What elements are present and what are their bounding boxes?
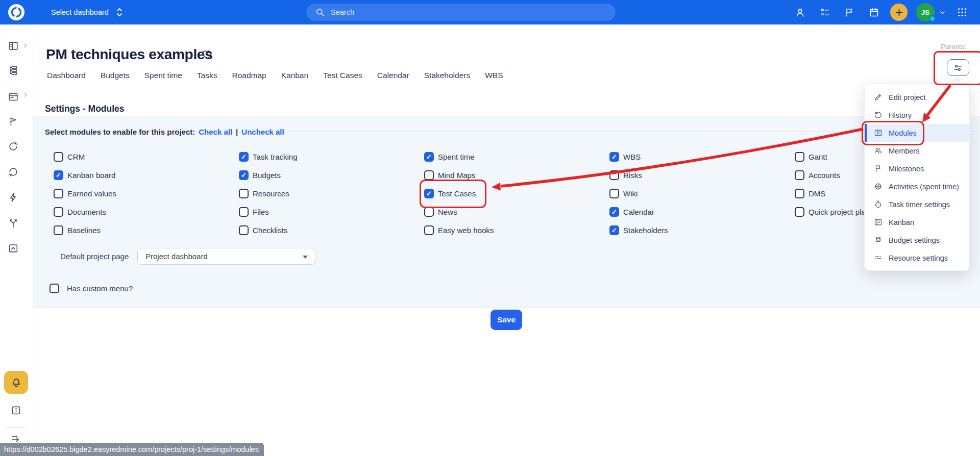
sidebar-hierarchy-chevron-icon[interactable] (22, 92, 28, 97)
sidebar-projects-icon[interactable] (8, 91, 19, 103)
module-gantt[interactable]: Gantt (795, 147, 870, 166)
tab-kanban[interactable]: Kanban (281, 71, 308, 80)
sidebar-archive-icon[interactable] (8, 243, 19, 254)
tab-roadmap[interactable]: Roadmap (232, 71, 266, 80)
tab-spent-time[interactable]: Spent time (144, 71, 182, 80)
checkbox[interactable] (424, 225, 434, 235)
module-risks[interactable]: Risks (609, 166, 668, 184)
menu-item-budget-settings[interactable]: Budget settings (865, 231, 969, 249)
checkbox[interactable] (54, 225, 63, 235)
checkbox[interactable] (424, 207, 434, 217)
avatar-chevron-down-icon[interactable] (939, 0, 946, 24)
module-files[interactable]: Files (239, 202, 298, 221)
checkbox[interactable] (239, 152, 249, 162)
select-dashboard-button[interactable]: Select dashboard (51, 0, 123, 24)
avatar[interactable]: JS (916, 3, 935, 21)
uncheck-all-link[interactable]: Uncheck all (241, 128, 284, 136)
search-bar[interactable] (306, 4, 616, 21)
favorite-heart-icon[interactable] (201, 49, 213, 60)
menu-item-members[interactable]: Members (865, 142, 969, 160)
module-resources[interactable]: Resources (239, 184, 298, 202)
sidebar-refresh-icon[interactable] (8, 166, 19, 178)
menu-item-resource-settings[interactable]: Resource settings (865, 249, 969, 267)
module-baselines[interactable]: Baselines (54, 221, 116, 239)
sidebar-sync-icon[interactable] (8, 141, 19, 152)
tab-dashboard[interactable]: Dashboard (47, 71, 86, 80)
menu-item-modules[interactable]: Modules (865, 124, 969, 142)
checkbox[interactable] (609, 189, 619, 198)
module-earned-values[interactable]: Earned values (54, 184, 116, 202)
checkbox[interactable] (239, 225, 249, 235)
menu-item-milestones[interactable]: Milestones (865, 160, 969, 178)
checkbox[interactable] (609, 170, 619, 180)
tasks-list-icon[interactable] (820, 0, 830, 24)
checkbox[interactable] (609, 152, 619, 162)
checkbox[interactable] (424, 152, 434, 162)
tab-tasks[interactable]: Tasks (197, 71, 217, 80)
app-logo[interactable] (0, 0, 33, 24)
menu-item-task-timer-settings[interactable]: Task timer settings (865, 195, 969, 213)
module-task-tracking[interactable]: Task tracking (239, 147, 298, 166)
checkbox[interactable] (795, 152, 804, 162)
default-project-page-select[interactable]: Project dashboard (137, 248, 315, 265)
module-kanban-board[interactable]: Kanban board (54, 166, 116, 184)
checkbox[interactable] (795, 207, 804, 217)
info-button[interactable] (11, 405, 21, 416)
apps-grid-icon[interactable] (957, 0, 968, 24)
menu-item-kanban[interactable]: Kanban (865, 213, 969, 231)
tab-wbs[interactable]: WBS (485, 71, 503, 80)
checkbox[interactable] (795, 170, 804, 180)
checkbox[interactable] (795, 189, 804, 198)
check-all-link[interactable]: Check all (199, 128, 232, 136)
menu-item-edit-project[interactable]: Edit project (865, 88, 969, 106)
module-spent-time[interactable]: Spent time (424, 147, 494, 166)
has-custom-menu-row[interactable]: Has custom menu? (50, 284, 133, 293)
module-test-cases[interactable]: Test Cases (424, 184, 494, 202)
checkbox[interactable] (54, 170, 63, 180)
sidebar-dashboards-chevron-icon[interactable] (22, 43, 28, 48)
module-dms[interactable]: DMS (795, 184, 870, 202)
checkbox[interactable] (239, 170, 249, 180)
module-budgets[interactable]: Budgets (239, 166, 298, 184)
tab-calendar[interactable]: Calendar (377, 71, 409, 80)
module-checklists[interactable]: Checklists (239, 221, 298, 239)
checkbox[interactable] (54, 189, 63, 198)
sidebar-quick-actions-icon[interactable] (8, 192, 19, 203)
module-calendar[interactable]: Calendar (609, 202, 668, 221)
module-wiki[interactable]: Wiki (609, 184, 668, 202)
checkbox[interactable] (609, 207, 619, 217)
sidebar-hierarchy-icon[interactable] (8, 65, 19, 76)
tab-test-cases[interactable]: Test Cases (323, 71, 362, 80)
checkbox[interactable] (239, 189, 249, 198)
module-easy-web-hooks[interactable]: Easy web hooks (424, 221, 494, 239)
menu-item-history[interactable]: History (865, 106, 969, 124)
search-input[interactable] (330, 8, 577, 17)
save-button[interactable]: Save (491, 310, 522, 330)
flag-icon[interactable] (844, 0, 854, 24)
checkbox[interactable] (424, 170, 434, 180)
checkbox[interactable] (54, 207, 63, 217)
sidebar-workflow-icon[interactable] (8, 217, 19, 229)
checkbox[interactable] (239, 207, 249, 217)
sidebar-milestones-icon[interactable] (8, 116, 19, 127)
tab-budgets[interactable]: Budgets (101, 71, 130, 80)
project-settings-button[interactable] (947, 59, 969, 76)
menu-item-activities[interactable]: Activities (spent time) (865, 178, 969, 195)
checkbox[interactable] (424, 189, 434, 198)
module-news[interactable]: News (424, 202, 494, 221)
notifications-button[interactable] (4, 371, 28, 394)
sidebar-dashboards-icon[interactable] (8, 40, 19, 52)
user-profile-icon[interactable] (795, 0, 805, 24)
module-wbs[interactable]: WBS (609, 147, 668, 166)
tab-stakeholders[interactable]: Stakeholders (424, 71, 470, 80)
module-stakeholders[interactable]: Stakeholders (609, 221, 668, 239)
quick-add-button[interactable] (890, 4, 908, 21)
has-custom-menu-checkbox[interactable] (50, 284, 59, 293)
module-accounts[interactable]: Accounts (795, 166, 870, 184)
checkbox[interactable] (609, 225, 619, 235)
calendar-icon[interactable] (869, 0, 879, 24)
module-quick-project-plan[interactable]: Quick project plan (795, 202, 870, 221)
module-documents[interactable]: Documents (54, 202, 116, 221)
checkbox[interactable] (54, 152, 63, 162)
module-mind-maps[interactable]: Mind Maps (424, 166, 494, 184)
